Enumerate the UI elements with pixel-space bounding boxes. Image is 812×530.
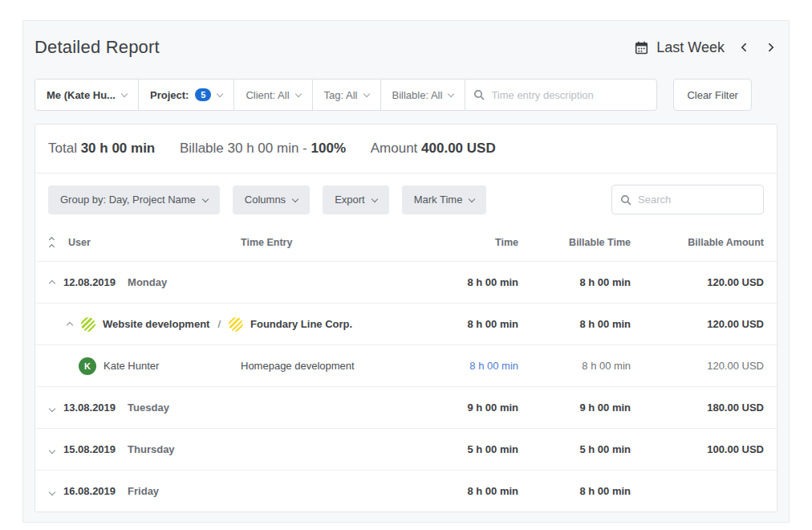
date-range-label[interactable]: Last Week: [656, 39, 725, 56]
collapse-row-icon[interactable]: [48, 275, 56, 290]
total-label: Total: [48, 141, 77, 156]
group-date: 16.08.2019: [63, 485, 116, 497]
next-period-button[interactable]: [761, 41, 777, 54]
time-cell: 9 h 00 min: [430, 402, 518, 414]
billable-time-cell: 8 h 00 min: [518, 318, 631, 330]
description-search: [465, 79, 657, 111]
chevron-down-icon: [469, 195, 475, 202]
filter-user[interactable]: Me (Kate Hu...: [35, 79, 139, 111]
filter-project[interactable]: Project:5: [138, 79, 234, 111]
project-count-badge: 5: [195, 88, 211, 101]
header-billable-time: Billable Time: [518, 237, 631, 248]
day-group-row[interactable]: 16.08.2019Friday8 h 00 min8 h 00 min: [35, 470, 777, 512]
time-entry-row[interactable]: KKate HunterHomepage development8 h 00 m…: [35, 344, 777, 386]
detailed-report-panel: Detailed Report Last Week: [22, 20, 790, 523]
table-search-input[interactable]: [638, 194, 755, 206]
project-color-icon: [81, 317, 95, 332]
expand-row-icon[interactable]: [48, 400, 56, 415]
billable-amount-cell: 100.00 USD: [631, 443, 764, 455]
export-button[interactable]: Export: [323, 186, 389, 214]
day-group-row[interactable]: 12.08.2019Monday8 h 00 min8 h 00 min120.…: [35, 261, 777, 303]
user-name: Kate Hunter: [104, 360, 159, 372]
time-cell: 5 h 00 min: [430, 443, 518, 455]
time-cell[interactable]: 8 h 00 min: [430, 360, 518, 372]
filter-row: Me (Kate Hu...Project:5Client: AllTag: A…: [33, 79, 779, 111]
project-group-row[interactable]: Website development/Foundary Line Corp.8…: [35, 303, 777, 344]
chevron-down-icon: [121, 91, 128, 97]
chevron-right-icon: [765, 43, 773, 51]
group-date: 12.08.2019: [63, 276, 116, 288]
chevron-down-icon: [49, 406, 55, 412]
billable-time-cell: 9 h 00 min: [518, 402, 631, 414]
group-cell: Website development/Foundary Line Corp.: [48, 316, 430, 332]
filter-label: Me (Kate Hu...: [47, 89, 116, 101]
amount-value: 400.00 USD: [421, 141, 496, 156]
header-billable-amount: Billable Amount: [631, 237, 764, 248]
mark-time-button[interactable]: Mark Time: [402, 186, 487, 214]
columns-button[interactable]: Columns: [233, 186, 310, 214]
collapse-row-icon[interactable]: [66, 316, 74, 332]
billable-amount-cell: 120.00 USD: [631, 360, 764, 372]
filter-tag[interactable]: Tag: All: [312, 79, 381, 111]
day-group-row[interactable]: 15.08.2019Thursday5 h 00 min5 h 00 min10…: [35, 428, 777, 470]
group-day-name: Friday: [128, 485, 159, 497]
filter-bar: Me (Kate Hu...Project:5Client: AllTag: A…: [35, 79, 657, 111]
billable-amount-cell: 180.00 USD: [631, 402, 764, 414]
group-day-name: Tuesday: [128, 402, 169, 414]
chevron-down-icon: [217, 91, 223, 97]
billable-time-cell: 8 h 00 min: [518, 360, 631, 372]
client-name: Foundary Line Corp.: [250, 318, 352, 330]
expand-row-icon[interactable]: [48, 483, 56, 499]
filter-billable[interactable]: Billable: All: [380, 79, 466, 111]
date-range-picker[interactable]: Last Week: [635, 39, 777, 56]
header-user: User: [68, 237, 91, 248]
group-by-button[interactable]: Group by: Day, Project Name: [48, 186, 220, 214]
billable-percent: 100%: [311, 141, 346, 156]
billable-time-cell: 8 h 00 min: [518, 276, 631, 288]
time-cell: 8 h 00 min: [430, 485, 518, 497]
report-card: Total 30 h 00 min Billable 30 h 00 min -…: [35, 124, 777, 512]
chevron-down-icon: [292, 195, 298, 202]
collapse-all-icon[interactable]: [48, 234, 55, 251]
clear-filter-button[interactable]: Clear Filter: [673, 79, 752, 111]
search-icon: [620, 194, 631, 206]
client-color-icon: [229, 317, 243, 332]
billable-value: 30 h 00 min -: [228, 141, 307, 156]
group-cell: 13.08.2019Tuesday: [48, 400, 241, 415]
user-avatar: K: [79, 357, 96, 375]
chevron-down-icon: [448, 91, 454, 97]
toolbar-button-label: Export: [335, 194, 365, 206]
description-search-input[interactable]: [491, 89, 648, 101]
group-day-name: Thursday: [128, 443, 175, 455]
chevron-down-icon: [202, 195, 209, 202]
toolbar-buttons: Group by: Day, Project NameColumnsExport…: [48, 186, 486, 214]
chevron-down-icon: [363, 91, 369, 97]
project-name: Website development: [103, 318, 209, 330]
group-cell: 16.08.2019Friday: [48, 483, 241, 499]
day-group-row[interactable]: 13.08.2019Tuesday9 h 00 min9 h 00 min180…: [35, 386, 777, 428]
search-icon: [473, 89, 485, 100]
filter-client[interactable]: Client: All: [233, 79, 312, 111]
project-client-separator: /: [217, 318, 221, 330]
filter-label: Tag: All: [324, 89, 358, 101]
toolbar-button-label: Mark Time: [414, 194, 463, 206]
group-cell: 15.08.2019Thursday: [48, 442, 241, 457]
total-value: 30 h 00 min: [81, 141, 156, 156]
chevron-up-icon: [67, 322, 73, 328]
billable-time-cell: 5 h 00 min: [518, 443, 631, 455]
amount-label: Amount: [371, 141, 418, 156]
billable-label: Billable: [180, 141, 224, 156]
group-date: 13.08.2019: [63, 402, 116, 414]
chevron-down-icon: [371, 195, 377, 202]
expand-row-icon[interactable]: [48, 442, 56, 457]
chevron-down-icon: [49, 447, 55, 454]
time-cell: 8 h 00 min: [430, 276, 518, 288]
table-header: User Time Entry Time Billable Time Billa…: [35, 224, 777, 261]
calendar-icon: [635, 41, 648, 55]
prev-period-button[interactable]: [737, 41, 753, 54]
user-cell: KKate Hunter: [48, 357, 241, 375]
billable-amount-cell: 120.00 USD: [631, 276, 764, 288]
chevron-down-icon: [294, 91, 301, 97]
filter-segments: Me (Kate Hu...Project:5Client: AllTag: A…: [35, 79, 465, 111]
chevron-left-icon: [741, 43, 749, 51]
